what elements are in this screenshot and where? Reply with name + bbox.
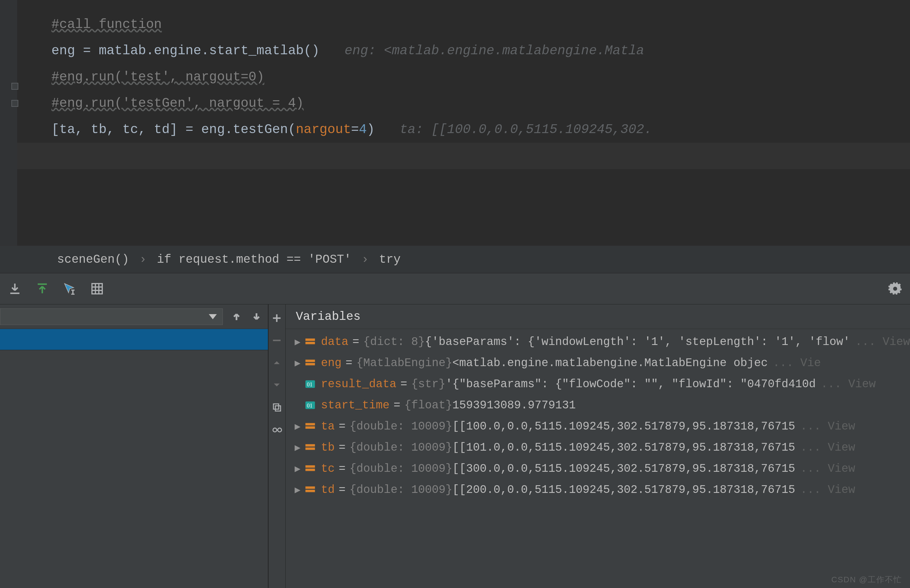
expand-arrow-icon[interactable]: ▶: [293, 357, 303, 369]
cursor-arrow-icon[interactable]: I: [63, 282, 76, 296]
debug-toolbar: I: [0, 273, 910, 304]
variable-type: {dict: 8}: [363, 336, 425, 348]
code-number: 4: [359, 122, 367, 137]
variable-type-icon: [304, 442, 316, 453]
upload-icon[interactable]: [36, 282, 49, 296]
variable-name: tb: [321, 441, 335, 454]
expand-arrow-icon[interactable]: ▶: [293, 441, 303, 454]
variable-name: start_time: [321, 399, 390, 412]
variable-row[interactable]: ▶data={dict: 8} {'baseParams': {'windowL…: [286, 331, 910, 352]
code-text: eng = matlab.engine.start_matlab(): [52, 44, 320, 58]
view-link[interactable]: ... View: [821, 378, 876, 391]
equals-sign: =: [339, 441, 346, 454]
next-frame-button[interactable]: [250, 310, 263, 323]
variable-type-icon: [304, 399, 316, 411]
variable-type-icon: [304, 421, 316, 432]
variables-side-toolbar: [268, 304, 286, 588]
code-text: =: [351, 122, 359, 137]
download-icon[interactable]: [8, 282, 22, 296]
code-editor[interactable]: #call function eng = matlab.engine.start…: [0, 0, 910, 246]
gear-icon[interactable]: [888, 282, 902, 296]
variable-type-icon: [304, 336, 316, 347]
selected-frame[interactable]: [0, 329, 268, 350]
variable-row[interactable]: start_time={float} 1593913089.9779131: [286, 395, 910, 416]
editor-gutter: [0, 0, 17, 246]
view-link[interactable]: ... View: [800, 462, 855, 475]
svg-rect-2: [273, 404, 278, 409]
variable-type: {double: 10009}: [350, 462, 453, 475]
variables-title: Variables: [286, 304, 910, 329]
breadcrumb-item[interactable]: if request.method == 'POST': [157, 253, 351, 267]
variable-value: [[101.0,0.0,5115.109245,302.517879,95.18…: [453, 441, 795, 454]
view-link[interactable]: ... View: [800, 441, 855, 454]
view-link[interactable]: ... View: [855, 336, 910, 348]
watermark: CSDN @工作不忙: [831, 574, 902, 585]
view-link[interactable]: ... Vie: [773, 357, 821, 370]
code-text: [ta, tb, tc, td] = eng.testGen(: [52, 122, 296, 137]
breadcrumb: sceneGen() › if request.method == 'POST'…: [0, 246, 910, 273]
variable-row[interactable]: ▶tb={double: 10009} [[101.0,0.0,5115.109…: [286, 437, 910, 458]
equals-sign: =: [346, 357, 352, 370]
variable-value: <matlab.engine.matlabengine.MatlabEngine…: [453, 357, 768, 370]
variable-type-icon: [304, 484, 316, 496]
table-icon[interactable]: [90, 282, 104, 296]
svg-point-5: [278, 428, 281, 432]
fold-handle-icon[interactable]: [11, 83, 18, 90]
chevron-right-icon: ›: [362, 253, 369, 267]
variable-name: td: [321, 483, 335, 496]
variable-type: {double: 10009}: [350, 483, 453, 496]
svg-rect-1: [92, 284, 102, 294]
variable-name: data: [321, 336, 349, 348]
code-comment: #eng.run('test', nargout=0): [52, 69, 264, 84]
add-watch-button[interactable]: [270, 311, 284, 325]
move-up-icon[interactable]: [270, 356, 284, 370]
expand-arrow-icon[interactable]: ▶: [293, 420, 303, 432]
expand-arrow-icon[interactable]: ▶: [293, 463, 303, 475]
variable-type-icon: [304, 463, 316, 474]
variable-row[interactable]: ▶eng={MatlabEngine} <matlab.engine.matla…: [286, 352, 910, 373]
chevron-right-icon: ›: [139, 253, 147, 267]
variable-type: {str}: [411, 378, 446, 391]
code-kwarg: nargout: [296, 122, 351, 137]
variable-value: [[300.0,0.0,5115.109245,302.517879,95.18…: [453, 462, 795, 475]
variable-row[interactable]: result_data={str} '{"baseParams": {"flow…: [286, 373, 910, 395]
variable-value: 1593913089.9779131: [453, 399, 576, 412]
inline-hint: eng: <matlab.engine.matlabengine.Matla: [344, 44, 644, 58]
glasses-icon[interactable]: [270, 423, 284, 436]
view-link[interactable]: ... View: [800, 483, 855, 496]
variable-type-icon: [304, 378, 316, 390]
breadcrumb-item[interactable]: sceneGen(): [57, 253, 129, 267]
variable-name: ta: [321, 420, 335, 433]
variable-type: {MatlabEngine}: [356, 357, 453, 370]
variable-value: [[200.0,0.0,5115.109245,302.517879,95.18…: [453, 483, 795, 496]
variable-type: {double: 10009}: [350, 420, 453, 433]
variable-type-icon: [304, 357, 316, 369]
variable-name: eng: [321, 357, 342, 370]
duplicate-icon[interactable]: [270, 401, 284, 414]
frames-list[interactable]: [0, 350, 268, 588]
thread-selector[interactable]: [0, 309, 223, 325]
previous-frame-button[interactable]: [230, 310, 243, 323]
inline-hint: ta: [[100.0,0.0,5115.109245,302.: [399, 122, 652, 137]
variable-row[interactable]: ▶ta={double: 10009} [[100.0,0.0,5115.109…: [286, 416, 910, 437]
svg-rect-3: [275, 406, 280, 411]
variable-value: {'baseParams': {'windowLength': '1', 'st…: [425, 336, 850, 348]
move-down-icon[interactable]: [270, 378, 284, 392]
svg-point-4: [273, 428, 277, 432]
variables-list[interactable]: ▶data={dict: 8} {'baseParams': {'windowL…: [286, 329, 910, 588]
equals-sign: =: [339, 462, 346, 475]
variables-panel: Variables ▶data={dict: 8} {'baseParams':…: [286, 304, 910, 588]
code-text: ): [367, 122, 375, 137]
breadcrumb-item[interactable]: try: [379, 253, 401, 267]
variable-value: [[100.0,0.0,5115.109245,302.517879,95.18…: [453, 420, 795, 433]
fold-handle-icon[interactable]: [11, 100, 18, 107]
variable-type: {double: 10009}: [350, 441, 453, 454]
variable-name: tc: [321, 462, 335, 475]
variable-row[interactable]: ▶td={double: 10009} [[200.0,0.0,5115.109…: [286, 479, 910, 500]
expand-arrow-icon[interactable]: ▶: [293, 484, 303, 496]
variable-row[interactable]: ▶tc={double: 10009} [[300.0,0.0,5115.109…: [286, 458, 910, 479]
expand-arrow-icon[interactable]: ▶: [293, 336, 303, 348]
view-link[interactable]: ... View: [800, 420, 855, 433]
remove-watch-button[interactable]: [270, 334, 284, 347]
code-comment: #call function: [52, 17, 162, 32]
